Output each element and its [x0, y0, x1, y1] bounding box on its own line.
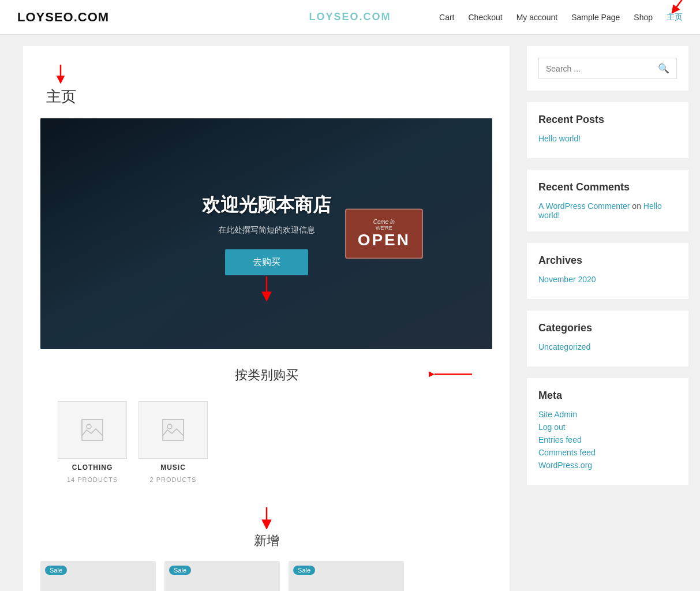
meta-title: Meta — [538, 390, 677, 402]
recent-comments-widget: Recent Comments A WordPress Commenter on… — [527, 170, 688, 231]
nav-home[interactable]: 主页 — [667, 12, 683, 21]
svg-rect-8 — [82, 420, 103, 440]
meta-entries-feed[interactable]: Entries feed — [538, 435, 677, 444]
open-text: OPEN — [358, 231, 410, 249]
nav-sample-page[interactable]: Sample Page — [571, 13, 620, 22]
hero-content: 欢迎光顾本商店 在此处撰写简短的欢迎信息 去购买 — [202, 193, 331, 275]
category-grid: CLOTHING 14 PRODUCTS MUSIC 2 PRODUCTS — [40, 401, 492, 483]
recent-comments-title: Recent Comments — [538, 181, 677, 193]
meta-log-out[interactable]: Log out — [538, 422, 677, 432]
nav-myaccount[interactable]: My account — [516, 13, 558, 22]
svg-rect-10 — [163, 420, 184, 440]
search-input[interactable] — [546, 64, 658, 73]
search-button[interactable]: 🔍 — [658, 63, 669, 74]
category-music[interactable]: MUSIC 2 PRODUCTS — [138, 401, 208, 483]
commenter-link[interactable]: A WordPress Commenter — [538, 201, 630, 211]
hero-banner: Come in WE'RE OPEN 欢迎光顾本商店 在此处撰写简短的欢迎信息 … — [40, 118, 492, 349]
categories-title: Categories — [538, 322, 677, 334]
meta-site-admin[interactable]: Site Admin — [538, 410, 677, 419]
content-area: 主页 Come in WE'RE OPEN 欢迎光顾本商店 在此处撰写简短的欢迎… — [23, 46, 510, 591]
site-logo[interactable]: LOYSEO.COM — [17, 10, 109, 25]
category-clothing-count: 14 PRODUCTS — [67, 476, 118, 483]
hero-subtitle: 在此处撰写简短的欢迎信息 — [202, 225, 331, 235]
product-card-3[interactable]: Sale — [289, 561, 404, 591]
new-section-wrapper: 新增 — [40, 506, 492, 549]
category-uncategorized[interactable]: Uncategorized — [538, 342, 677, 351]
category-clothing-name: CLOTHING — [72, 463, 113, 472]
main-wrapper: 主页 Come in WE'RE OPEN 欢迎光顾本商店 在此处撰写简短的欢迎… — [0, 35, 700, 591]
nav-shop[interactable]: Shop — [634, 13, 653, 22]
sale-badge-3: Sale — [293, 566, 315, 575]
comment-on-text: on — [632, 201, 641, 211]
down-arrow-icon — [52, 63, 69, 84]
category-section-title-wrapper: 按类别购买 — [40, 366, 492, 384]
hero-title: 欢迎光顾本商店 — [202, 193, 331, 218]
open-sign: Come in WE'RE OPEN — [345, 209, 423, 259]
page-title: 主页 — [46, 87, 76, 107]
meta-comments-feed[interactable]: Comments feed — [538, 448, 677, 457]
recent-posts-widget: Recent Posts Hello world! — [527, 102, 688, 158]
center-logo: LOYSEO.COM — [309, 11, 391, 23]
nav-cart[interactable]: Cart — [439, 13, 454, 22]
archives-widget: Archives November 2020 — [527, 243, 688, 299]
recent-posts-title: Recent Posts — [538, 114, 677, 126]
product-card-2[interactable]: Sale — [164, 561, 280, 591]
archives-title: Archives — [538, 255, 677, 267]
meta-widget: Meta Site Admin Log out Entries feed Com… — [527, 378, 688, 485]
product-card-1[interactable]: Sale — [40, 561, 156, 591]
come-in-text: Come in — [358, 219, 410, 225]
category-music-count: 2 PRODUCTS — [150, 476, 197, 483]
hero-shop-button[interactable]: 去购买 — [225, 249, 308, 275]
svg-line-1 — [674, 0, 686, 10]
categories-widget: Categories Uncategorized — [527, 311, 688, 366]
category-clothing-img — [58, 401, 127, 459]
image-placeholder-icon-2 — [162, 418, 185, 442]
section-title: 按类别购买 — [40, 366, 492, 384]
archive-nov-2020[interactable]: November 2020 — [538, 275, 677, 284]
image-placeholder-icon — [81, 418, 104, 442]
new-section-title: 新增 — [40, 532, 492, 549]
category-music-img — [138, 401, 208, 459]
sale-badge-2: Sale — [169, 566, 191, 575]
sale-badge-1: Sale — [45, 566, 67, 575]
meta-wordpress-org[interactable]: WordPress.org — [538, 461, 677, 470]
product-row: Sale Sale Sale — [40, 561, 492, 591]
search-form: 🔍 — [538, 58, 677, 79]
site-header: LOYSEO.COM LOYSEO.COM Cart Checkout My a… — [0, 0, 700, 35]
page-title-section: 主页 — [40, 63, 76, 107]
nav-home-wrapper: 主页 — [667, 12, 683, 23]
nav-checkout[interactable]: Checkout — [468, 13, 502, 22]
hero-btn-wrapper: 去购买 — [225, 249, 308, 275]
search-widget: 🔍 — [527, 46, 688, 91]
sidebar: 🔍 Recent Posts Hello world! Recent Comme… — [527, 46, 688, 591]
new-arrow-wrapper — [40, 506, 492, 529]
category-music-name: MUSIC — [160, 463, 186, 472]
category-clothing[interactable]: CLOTHING 14 PRODUCTS — [58, 401, 127, 483]
recent-comment-item: A WordPress Commenter on Hello world! — [538, 201, 677, 220]
we-are-text: WE'RE — [358, 225, 410, 231]
recent-post-hello-world[interactable]: Hello world! — [538, 134, 677, 143]
page-title-arrow-wrapper — [52, 63, 76, 85]
main-nav: Cart Checkout My account Sample Page Sho… — [439, 12, 683, 23]
